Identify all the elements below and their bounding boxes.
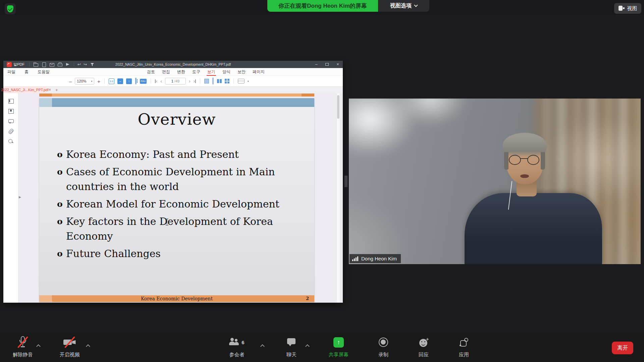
close-button[interactable]: × [335, 61, 340, 68]
bookmarks-icon[interactable] [8, 109, 13, 114]
shield-check-icon [7, 5, 13, 12]
chat-bubble-icon [287, 338, 296, 347]
apps-button[interactable]: 应用 [449, 333, 478, 362]
attachments-icon[interactable] [8, 129, 13, 134]
person-mouth [520, 174, 529, 178]
page-number-input[interactable]: 1 /49 [165, 78, 186, 84]
fit-page-button-selected[interactable] [135, 77, 137, 85]
new-document-icon[interactable] [41, 62, 46, 67]
bullet-marker: o [57, 165, 63, 179]
chat-label: 聊天 [286, 352, 297, 357]
share-screen-button[interactable]: ↑ 共享屏幕 [323, 333, 355, 362]
document-canvas[interactable]: Overview oKorea Economy: Past and Presen… [18, 93, 343, 303]
slide-footer-text: Korea Economic Development [39, 295, 314, 302]
menu-home[interactable]: 홈 [24, 68, 29, 76]
share-send-icon[interactable] [65, 62, 70, 67]
grid-view-button[interactable] [225, 79, 229, 83]
tab-close-icon[interactable]: × [49, 87, 51, 92]
slide-footer-band: Korea Economic Development 2 [39, 295, 314, 302]
menu-convert[interactable]: 변환 [177, 68, 185, 76]
zoom-out-button[interactable]: – [69, 78, 72, 84]
participant-video[interactable]: Dong Heon Kim [349, 99, 641, 264]
single-page-view-button[interactable] [204, 79, 209, 83]
thumbnails-panel-icon[interactable] [8, 99, 13, 104]
menu-review[interactable]: 검토 [147, 68, 155, 76]
chat-button[interactable]: 聊天 [278, 333, 305, 362]
redo-icon[interactable]: ↪ [84, 62, 87, 67]
new-tab-button[interactable]: + [55, 87, 58, 93]
slide-page: Overview oKorea Economy: Past and Presen… [39, 98, 314, 302]
bullet-item: oKorean Model for Economic Development [57, 197, 300, 212]
pdf-titlebar[interactable]: 알PDF ↩ ↪ 2022_NASC_Jilin_Univ_Korea_Econ… [3, 61, 343, 68]
glasses-bridge [521, 158, 528, 159]
reactions-button[interactable]: + 回应 [409, 333, 438, 362]
document-scrollbar[interactable] [336, 93, 340, 303]
zoom-level-value: 120% [77, 79, 86, 83]
menu-security[interactable]: 보안 [237, 68, 246, 76]
continuous-view-button-selected[interactable] [212, 77, 214, 85]
glasses-right-lens [527, 155, 539, 165]
participant-name: Dong Heon Kim [361, 256, 397, 261]
pin-tool-icon[interactable] [90, 62, 95, 67]
separator [74, 62, 74, 66]
document-tab[interactable]: 2022_NASC_Ji...Kim_PPT.pdf [3, 86, 46, 93]
person-hair [503, 133, 546, 158]
fit-width-button[interactable]: ↔ [117, 78, 123, 84]
menu-file[interactable]: 파일 [7, 68, 15, 76]
text-cursor [167, 219, 167, 225]
leave-meeting-button[interactable]: 离开 [612, 342, 633, 354]
layout-options-button[interactable] [238, 79, 245, 83]
separator [151, 78, 151, 84]
comments-icon[interactable] [8, 119, 13, 124]
menu-forms[interactable]: 양식 [222, 68, 230, 76]
bullet-marker: o [57, 197, 63, 212]
panel-divider-handle[interactable] [345, 176, 347, 187]
menu-view-active[interactable]: 보기 [207, 68, 215, 76]
first-page-button[interactable]: ‹ [155, 78, 157, 84]
reactions-label: 回应 [419, 352, 429, 357]
scrollbar-thumb[interactable] [337, 95, 339, 119]
maximize-button[interactable] [325, 63, 329, 66]
unmute-button[interactable]: 解除静音 [8, 333, 38, 362]
bullet-item: oFuture Challenges [57, 246, 300, 261]
fit-height-button[interactable]: ↕ [126, 78, 132, 84]
open-file-icon[interactable] [33, 62, 38, 67]
print-icon[interactable] [57, 62, 62, 67]
reactions-smiley-icon: + [419, 338, 428, 347]
actual-size-button[interactable]: 1:1 [109, 78, 114, 84]
prev-page-button[interactable]: ‹ [160, 78, 162, 84]
camera-off-icon [63, 338, 76, 347]
participants-button[interactable]: 6 参会者 [221, 333, 252, 362]
zoom-level-select[interactable]: 120% ▾ [75, 78, 94, 84]
view-options-button[interactable]: 视图选项 [378, 0, 429, 12]
participant-name-tag: Dong Heon Kim [350, 254, 401, 263]
person-body [465, 193, 602, 264]
search-icon[interactable] [8, 139, 13, 144]
zoom-in-button[interactable]: + [97, 78, 100, 84]
undo-icon[interactable]: ↩ [77, 62, 81, 67]
security-shield-button[interactable] [5, 3, 16, 14]
menu-edit[interactable]: 편집 [162, 68, 170, 76]
start-video-button[interactable]: 开启视频 [54, 333, 86, 362]
full-screen-button[interactable]: FULL [140, 79, 147, 84]
record-button[interactable]: 录制 [369, 333, 398, 362]
email-icon[interactable] [49, 62, 54, 67]
record-icon [379, 338, 388, 347]
two-page-view-button[interactable] [217, 79, 222, 83]
participants-label: 参会者 [229, 352, 245, 357]
bullet-marker: o [57, 246, 63, 261]
caret-down-icon[interactable]: ▾ [248, 80, 249, 83]
slide-bullet-list: oKorea Economy: Past and Present oCases … [57, 147, 300, 264]
view-button[interactable]: 视图 [614, 3, 641, 14]
participants-icon [229, 338, 239, 347]
minimize-button[interactable]: – [314, 61, 319, 68]
pdf-sidebar [3, 93, 18, 303]
menu-help[interactable]: 도움말 [38, 68, 50, 76]
menu-page[interactable]: 페이지 [253, 68, 265, 76]
expand-panel-arrow[interactable]: ▶ [19, 195, 21, 199]
next-page-button[interactable]: › [189, 78, 191, 84]
menu-tools[interactable]: 도구 [192, 68, 200, 76]
person-hair-side [541, 152, 545, 170]
last-page-button[interactable]: › [194, 78, 196, 84]
view-options-label: 视图选项 [390, 2, 412, 9]
